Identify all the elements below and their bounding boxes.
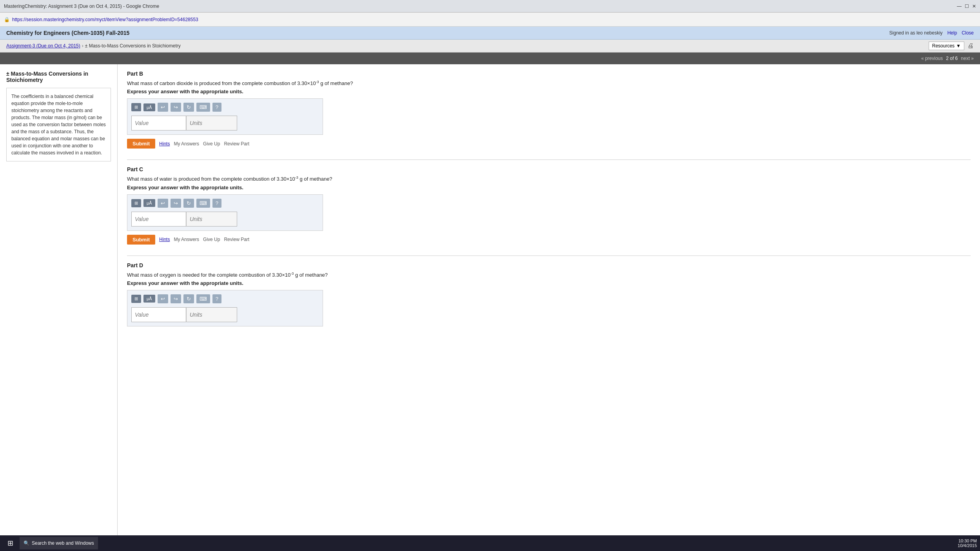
grid-icon-d: ⊞ [134, 296, 138, 301]
grid-icon-c: ⊞ [134, 201, 138, 206]
part-b-grid-button[interactable]: ⊞ [131, 103, 141, 111]
sidebar-text: The coefficients in a balanced chemical … [11, 94, 106, 156]
part-c-submit-button[interactable]: Submit [127, 235, 155, 245]
content-area: Part B What mass of carbon dioxide is pr… [118, 64, 980, 537]
part-c-label: Part C [127, 166, 971, 172]
next-link[interactable]: next » [961, 56, 974, 61]
header-right: Signed in as leo nebeskiy Help Close [889, 30, 974, 36]
browser-title: MasteringChemistry: Assignment 3 (Due on… [4, 4, 159, 9]
part-c-undo-button[interactable]: ↩ [158, 199, 168, 208]
page-info: 2 of 6 [946, 56, 958, 61]
part-b-undo-button[interactable]: ↩ [158, 103, 168, 112]
part-d-section: Part D What mass of oxygen is needed for… [127, 262, 971, 326]
divider-cd [127, 256, 971, 256]
part-b-toolbar: ⊞ μÅ ↩ ↪ ↻ ⌨ ? [131, 103, 319, 112]
part-d-grid-button[interactable]: ⊞ [131, 295, 141, 303]
breadcrumb: Assignment-3 (Due on Oct 4, 2015) › ± Ma… [6, 43, 181, 49]
part-b-redo-button[interactable]: ↪ [171, 103, 181, 112]
part-d-refresh-button[interactable]: ↻ [183, 294, 194, 303]
print-button[interactable]: 🖨 [967, 42, 974, 49]
part-b-label: Part B [127, 71, 971, 77]
part-b-value-input[interactable] [131, 116, 186, 130]
app-title: Chemistry for Engineers (Chem-1035) Fall… [6, 30, 129, 36]
part-c-mu-button[interactable]: μÅ [143, 199, 155, 207]
part-d-units-input[interactable] [186, 307, 237, 322]
part-c-units-input[interactable] [186, 212, 237, 227]
previous-link[interactable]: « previous [921, 56, 943, 61]
resources-dropdown-icon: ▼ [956, 43, 961, 49]
part-c-fields [131, 212, 319, 227]
part-c-section: Part C What mass of water is produced fr… [127, 166, 971, 244]
part-c-give-up[interactable]: Give Up [203, 237, 220, 242]
lock-icon: 🔒 [4, 17, 10, 22]
part-b-refresh-button[interactable]: ↻ [183, 103, 194, 112]
close-link[interactable]: Close [962, 30, 974, 36]
mu-label-c: μÅ [147, 201, 152, 205]
part-b-help-button[interactable]: ? [212, 103, 221, 112]
app-header: Chemistry for Engineers (Chem-1035) Fall… [0, 27, 980, 40]
part-d-mu-button[interactable]: μÅ [143, 295, 155, 303]
sidebar-description: The coefficients in a balanced chemical … [6, 88, 111, 161]
signed-in-text: Signed in as leo nebeskiy [889, 30, 943, 36]
resources-button[interactable]: Resources ▼ [929, 42, 964, 50]
part-d-label: Part D [127, 262, 971, 268]
start-button[interactable]: ⊞ [3, 536, 17, 537]
part-c-help-button[interactable]: ? [212, 199, 221, 208]
part-b-fields [131, 116, 319, 130]
part-c-actions: Submit Hints My Answers Give Up Review P… [127, 235, 971, 245]
grid-icon: ⊞ [134, 105, 138, 110]
part-c-redo-button[interactable]: ↪ [171, 199, 181, 208]
address-bar: 🔒 https://session.masteringchemistry.com… [0, 13, 980, 27]
browser-titlebar: MasteringChemistry: Assignment 3 (Due on… [0, 0, 980, 13]
nav-bar: Assignment-3 (Due on Oct 4, 2015) › ± Ma… [0, 40, 980, 53]
part-b-units-input[interactable] [186, 116, 237, 130]
mu-label-d: μÅ [147, 296, 152, 301]
maximize-button[interactable]: ☐ [965, 4, 969, 9]
part-b-keyboard-button[interactable]: ⌨ [196, 103, 210, 112]
part-b-mu-button[interactable]: μÅ [143, 103, 155, 111]
breadcrumb-assignment[interactable]: Assignment-3 (Due on Oct 4, 2015) [6, 43, 80, 49]
part-c-question: What mass of water is produced from the … [127, 176, 971, 182]
part-b-submit-button[interactable]: Submit [127, 139, 155, 149]
part-b-give-up[interactable]: Give Up [203, 141, 220, 147]
sidebar: ± Mass-to-Mass Conversions in Stoichiome… [0, 64, 118, 537]
part-c-refresh-button[interactable]: ↻ [183, 199, 194, 208]
part-d-undo-button[interactable]: ↩ [158, 294, 168, 303]
part-c-toolbar: ⊞ μÅ ↩ ↪ ↻ ⌨ ? [131, 199, 319, 208]
main-content: ± Mass-to-Mass Conversions in Stoichiome… [0, 64, 980, 537]
part-c-answer-box: ⊞ μÅ ↩ ↪ ↻ ⌨ ? [127, 194, 323, 231]
part-c-hints-link[interactable]: Hints [159, 237, 170, 242]
part-b-section: Part B What mass of carbon dioxide is pr… [127, 71, 971, 149]
part-c-value-input[interactable] [131, 212, 186, 227]
part-b-question: What mass of carbon dioxide is produced … [127, 80, 971, 86]
window-controls[interactable]: — ☐ ✕ [957, 4, 976, 9]
taskbar: ⊞ 🔍 Search the web and Windows 10:30 PM … [0, 535, 980, 537]
sidebar-title: ± Mass-to-Mass Conversions in Stoichiome… [6, 71, 111, 83]
part-b-my-answers[interactable]: My Answers [174, 141, 199, 147]
breadcrumb-separator: › [82, 43, 83, 49]
part-d-help-button[interactable]: ? [212, 294, 221, 303]
close-button[interactable]: ✕ [972, 4, 976, 9]
part-d-redo-button[interactable]: ↪ [171, 294, 181, 303]
part-c-my-answers[interactable]: My Answers [174, 237, 199, 242]
breadcrumb-current: ± Mass-to-Mass Conversions in Stoichiome… [85, 43, 181, 49]
pagination-bar: « previous 2 of 6 next » [0, 53, 980, 64]
part-b-hints-link[interactable]: Hints [159, 141, 170, 147]
minimize-button[interactable]: — [957, 4, 962, 9]
part-d-keyboard-button[interactable]: ⌨ [196, 294, 210, 303]
part-b-answer-box: ⊞ μÅ ↩ ↪ ↻ ⌨ ? [127, 98, 323, 135]
part-c-review-part[interactable]: Review Part [224, 237, 249, 242]
part-c-grid-button[interactable]: ⊞ [131, 199, 141, 207]
part-b-review-part[interactable]: Review Part [224, 141, 249, 147]
part-d-value-input[interactable] [131, 307, 186, 322]
help-link[interactable]: Help [947, 30, 957, 36]
url-display[interactable]: https://session.masteringchemistry.com/m… [12, 17, 198, 22]
part-d-instruction: Express your answer with the appropriate… [127, 280, 971, 286]
divider-bc [127, 160, 971, 160]
nav-right: Resources ▼ 🖨 [929, 42, 974, 50]
part-c-keyboard-button[interactable]: ⌨ [196, 199, 210, 208]
part-d-question: What mass of oxygen is needed for the co… [127, 272, 971, 278]
resources-label: Resources [932, 43, 955, 49]
part-b-actions: Submit Hints My Answers Give Up Review P… [127, 139, 971, 149]
part-c-instruction: Express your answer with the appropriate… [127, 185, 971, 190]
